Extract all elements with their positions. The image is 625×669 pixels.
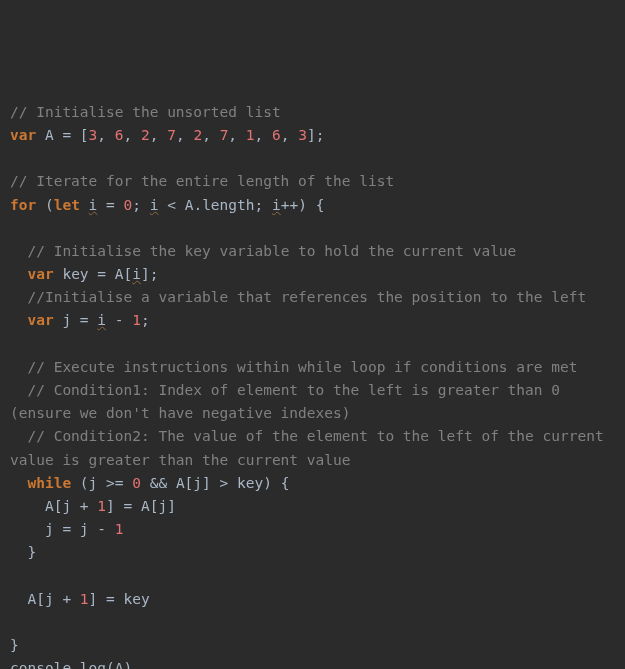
comment-init-list: // Initialise the unsorted list — [10, 101, 615, 124]
for-loop-open: for (let i = 0; i < A.length; i++) { — [10, 194, 615, 217]
assign-shift: A[j + 1] = A[j] — [10, 495, 615, 518]
console-log: console.log(A) — [10, 657, 615, 669]
code-block: // Initialise the unsorted listvar A = [… — [10, 101, 615, 669]
blank-line — [10, 333, 615, 356]
comment-iterate: // Iterate for the entire length of the … — [10, 170, 615, 193]
blank-line — [10, 217, 615, 240]
var-declaration-j: var j = i - 1; — [10, 309, 615, 332]
blank-line — [10, 565, 615, 588]
while-loop-close: } — [10, 541, 615, 564]
for-loop-close: } — [10, 634, 615, 657]
blank-line — [10, 611, 615, 634]
comment-key-var: // Initialise the key variable to hold t… — [10, 240, 615, 263]
assign-key: A[j + 1] = key — [10, 588, 615, 611]
var-declaration-key: var key = A[i]; — [10, 263, 615, 286]
decrement-j: j = j - 1 — [10, 518, 615, 541]
comment-condition1: // Condition1: Index of element to the l… — [10, 379, 615, 425]
comment-while-loop: // Execute instructions within while loo… — [10, 356, 615, 379]
blank-line — [10, 147, 615, 170]
comment-condition2: // Condition2: The value of the element … — [10, 425, 615, 471]
var-declaration-A: var A = [3, 6, 2, 7, 2, 7, 1, 6, 3]; — [10, 124, 615, 147]
comment-j-var: //Initialise a variable that references … — [10, 286, 615, 309]
while-loop-open: while (j >= 0 && A[j] > key) { — [10, 472, 615, 495]
